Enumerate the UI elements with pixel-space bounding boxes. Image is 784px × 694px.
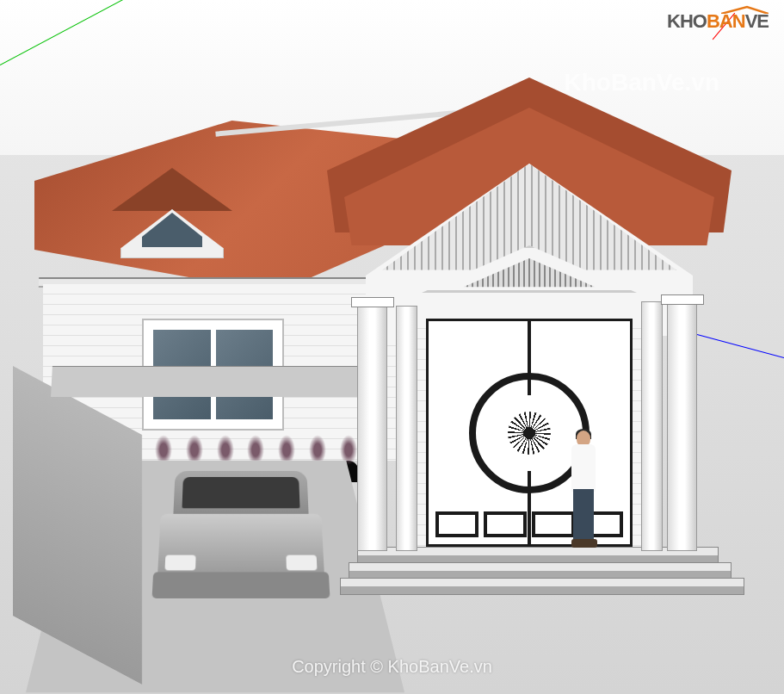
dormer-roof <box>112 168 232 211</box>
car-model <box>146 471 336 621</box>
house-model[interactable] <box>26 26 757 629</box>
door-panel <box>484 511 527 537</box>
dormer-window <box>142 213 202 247</box>
scale-figure-person <box>566 431 601 551</box>
sketchup-viewport[interactable]: KHOBANVE KhoBanVe.vn Copyright © KhoBanV… <box>0 0 784 694</box>
car-windshield <box>182 477 299 508</box>
step <box>349 562 732 579</box>
column-capital <box>661 294 704 305</box>
main-entrance-door <box>426 319 633 547</box>
column-capital <box>351 297 394 307</box>
person-legs <box>573 489 594 541</box>
car-headlight-left <box>164 555 195 571</box>
car-bumper <box>152 572 330 598</box>
porch-column-left-inner <box>396 306 417 551</box>
logo-text-1: KHO <box>667 10 707 32</box>
person-feet <box>571 539 597 548</box>
logo-text-2: BAN <box>707 10 745 32</box>
copyright-text: Copyright © KhoBanVe.vn <box>292 657 492 677</box>
person-body <box>571 444 596 492</box>
entrance-porch <box>327 77 732 594</box>
porch-column-right-inner <box>641 301 663 551</box>
car-headlight-right <box>286 555 317 571</box>
step <box>340 578 744 595</box>
door-sunburst-icon <box>508 412 551 455</box>
door-panel <box>435 511 478 537</box>
porch-column-right <box>667 301 697 551</box>
porch-column-left <box>357 306 387 551</box>
watermark-center: KhoBanVe.vn <box>565 69 719 96</box>
dormer <box>112 168 232 258</box>
logo-text-3: VE <box>745 10 769 32</box>
brand-logo: KHOBANVE <box>667 10 769 33</box>
